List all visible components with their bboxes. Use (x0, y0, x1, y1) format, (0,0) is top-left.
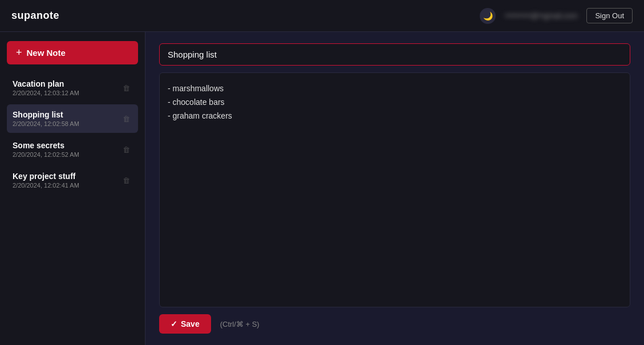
plus-icon: + (16, 47, 22, 59)
header-right: 🌙 ••••••••••@••gmail.com Sign Out (480, 8, 633, 24)
user-email: ••••••••••@••gmail.com (505, 11, 577, 20)
note-title: Some secrets (13, 141, 120, 150)
new-note-label: New Note (27, 48, 66, 58)
note-item-some-secrets[interactable]: Some secrets2/20/2024, 12:02:52 AM (7, 135, 138, 164)
new-note-button[interactable]: + New Note (7, 41, 138, 64)
note-info: Some secrets2/20/2024, 12:02:52 AM (13, 141, 120, 158)
delete-note-icon[interactable] (120, 81, 132, 95)
note-body-textarea[interactable] (159, 72, 630, 307)
sidebar: + New Note Vacation plan2/20/2024, 12:03… (0, 32, 145, 345)
note-item-vacation-plan[interactable]: Vacation plan2/20/2024, 12:03:12 AM (7, 74, 138, 102)
note-item-key-project-stuff[interactable]: Key project stuff2/20/2024, 12:02:41 AM (7, 166, 138, 194)
note-info: Shopping list2/20/2024, 12:02:58 AM (13, 110, 120, 127)
note-title: Vacation plan (13, 79, 120, 88)
note-date: 2/20/2024, 12:02:52 AM (13, 151, 120, 158)
save-shortcut: (Ctrl/⌘ + S) (220, 320, 260, 328)
note-item-shopping-list[interactable]: Shopping list2/20/2024, 12:02:58 AM (7, 104, 138, 133)
header: supanote 🌙 ••••••••••@••gmail.com Sign O… (0, 0, 644, 32)
app-logo: supanote (11, 10, 59, 22)
note-info: Vacation plan2/20/2024, 12:03:12 AM (13, 79, 120, 96)
save-button[interactable]: ✓ Save (159, 314, 211, 334)
delete-note-icon[interactable] (120, 143, 132, 156)
editor-footer: ✓ Save (Ctrl/⌘ + S) (159, 314, 630, 334)
checkmark-icon: ✓ (171, 319, 177, 328)
note-title: Shopping list (13, 110, 120, 119)
note-date: 2/20/2024, 12:02:58 AM (13, 120, 120, 127)
note-list: Vacation plan2/20/2024, 12:03:12 AMShopp… (7, 74, 138, 197)
note-date: 2/20/2024, 12:03:12 AM (13, 90, 120, 96)
note-title-input[interactable] (159, 43, 630, 66)
sign-out-button[interactable]: Sign Out (586, 8, 633, 23)
note-info: Key project stuff2/20/2024, 12:02:41 AM (13, 172, 120, 189)
moon-icon: 🌙 (483, 11, 493, 21)
note-date: 2/20/2024, 12:02:41 AM (13, 182, 120, 189)
editor-area: ✓ Save (Ctrl/⌘ + S) (145, 32, 644, 345)
save-label: Save (181, 319, 200, 328)
delete-note-icon[interactable] (120, 173, 132, 187)
delete-note-icon[interactable] (120, 112, 132, 125)
main-layout: + New Note Vacation plan2/20/2024, 12:03… (0, 32, 644, 345)
dark-mode-toggle[interactable]: 🌙 (480, 8, 496, 24)
note-title: Key project stuff (13, 172, 120, 181)
